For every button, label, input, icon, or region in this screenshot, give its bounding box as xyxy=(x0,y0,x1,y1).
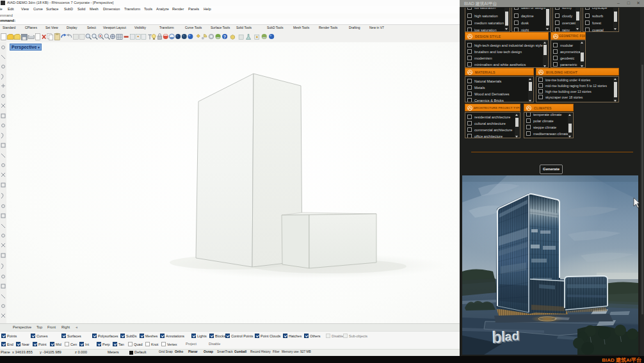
svg-text:a: a xyxy=(506,330,513,344)
svg-text:?: ? xyxy=(223,35,226,39)
svg-text:d: d xyxy=(513,330,521,344)
